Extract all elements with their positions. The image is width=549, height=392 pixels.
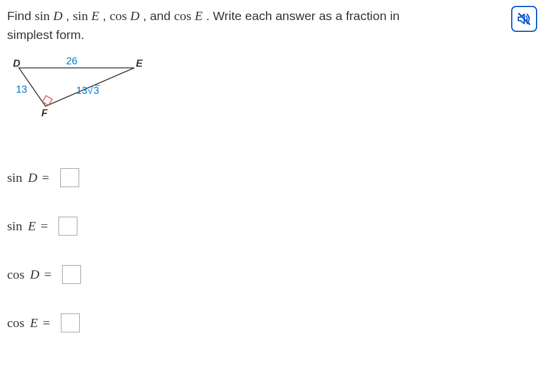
- side-EF-rad: 3: [93, 85, 99, 96]
- answer-row-sinD: sin D =: [7, 168, 542, 187]
- question-prompt: Find sin D , sin E , cos D , and cos E .…: [7, 6, 433, 44]
- side-DE: 26: [66, 55, 77, 67]
- var-D: D: [130, 8, 139, 23]
- sin-fn: sin: [35, 8, 53, 23]
- var-label: E: [28, 218, 35, 234]
- fn-label: cos: [7, 267, 24, 282]
- sep: ,: [63, 9, 73, 22]
- speaker-muted-icon: [516, 11, 532, 27]
- prompt-text: Find: [7, 9, 35, 22]
- vertex-F: F: [41, 107, 47, 119]
- sinD-input[interactable]: [60, 168, 79, 187]
- equals: =: [43, 315, 50, 331]
- vertex-D: D: [13, 58, 20, 70]
- cos-fn: cos: [174, 8, 195, 23]
- fn-label: sin: [7, 218, 22, 234]
- var-E: E: [194, 8, 202, 23]
- sin-fn: sin: [73, 8, 91, 23]
- equals: =: [44, 267, 51, 282]
- sinE-input[interactable]: [59, 217, 77, 236]
- side-DF: 13: [16, 84, 27, 96]
- sep: ,: [99, 9, 110, 22]
- side-EF-coef: 13: [76, 85, 87, 96]
- cosD-input[interactable]: [62, 265, 81, 284]
- equals: =: [41, 218, 48, 234]
- var-D: D: [53, 8, 63, 23]
- triangle-diagram: D E F 26 13 13√3: [7, 59, 161, 136]
- answer-row-sinE: sin E =: [7, 217, 542, 236]
- var-label: E: [30, 315, 38, 331]
- var-label: D: [28, 170, 37, 185]
- fn-label: sin: [7, 170, 22, 185]
- audio-toggle-button[interactable]: [511, 6, 537, 32]
- cos-fn: cos: [109, 8, 130, 23]
- answer-row-cosE: cos E =: [7, 313, 542, 332]
- equals: =: [42, 170, 49, 185]
- vertex-E: E: [136, 58, 142, 70]
- fn-label: cos: [7, 315, 24, 331]
- answer-section: sin D = sin E = cos D = cos E =: [7, 168, 542, 332]
- var-E: E: [91, 8, 99, 23]
- var-label: D: [30, 267, 40, 282]
- answer-row-cosD: cos D =: [7, 265, 542, 284]
- and: , and: [139, 9, 174, 22]
- triangle-svg: [7, 59, 161, 136]
- side-EF: 13√3: [76, 85, 100, 97]
- cosE-input[interactable]: [61, 313, 80, 332]
